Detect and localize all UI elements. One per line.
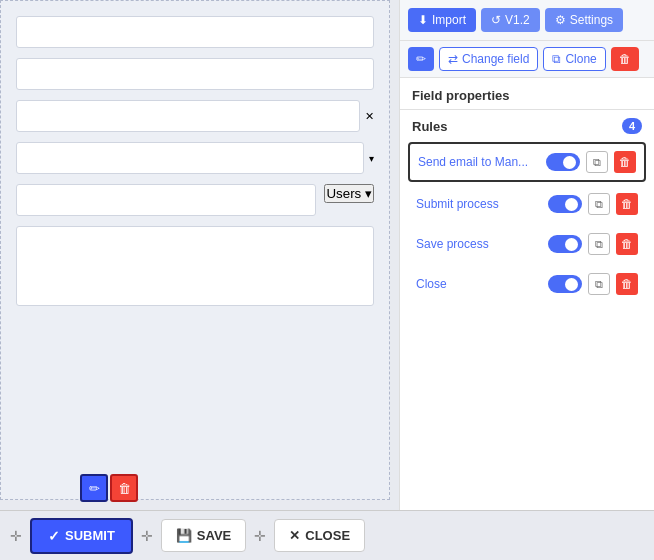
delete-button-top[interactable]: 🗑 <box>611 47 639 71</box>
swap-icon: ⇄ <box>448 52 458 66</box>
submit-button[interactable]: ✓ SUBMIT <box>30 518 133 554</box>
form-field-2 <box>16 58 374 90</box>
copy-icon-1: ⧉ <box>593 156 601 169</box>
form-row-inline-5: Users ▾ <box>16 184 374 216</box>
form-field-textarea <box>16 226 374 306</box>
pencil-icon2: ✏ <box>416 52 426 66</box>
rule-copy-btn-1[interactable]: ⧉ <box>586 151 608 173</box>
trash-icon2: 🗑 <box>619 52 631 66</box>
import-button[interactable]: ⬇ Import <box>408 8 476 32</box>
drag-handle-close[interactable]: ✛ <box>254 528 266 544</box>
trash-icon-rule4: 🗑 <box>621 277 633 291</box>
form-field-row-3: ✕ <box>16 100 374 132</box>
form-input-5[interactable] <box>16 184 316 216</box>
version-label: V1.2 <box>505 13 530 27</box>
rules-list: Send email to Man... ⧉ 🗑 Submit process … <box>400 142 654 302</box>
edit-field-button[interactable]: ✏ <box>80 474 108 502</box>
close-button[interactable]: ✕ CLOSE <box>274 519 365 552</box>
clone-label: Clone <box>565 52 596 66</box>
save-button[interactable]: 💾 SAVE <box>161 519 246 552</box>
rule-row-2: Submit process ⧉ 🗑 <box>408 186 646 222</box>
undo-icon: ↺ <box>491 13 501 27</box>
save-label: SAVE <box>197 528 231 543</box>
field-properties-header: Field properties <box>400 78 654 110</box>
rule-copy-btn-3[interactable]: ⧉ <box>588 233 610 255</box>
rules-title: Rules <box>412 119 447 134</box>
form-field-row-4: ▾ <box>16 142 374 174</box>
trash-icon-rule3: 🗑 <box>621 237 633 251</box>
rule-row-1: Send email to Man... ⧉ 🗑 <box>408 142 646 182</box>
download-icon: ⬇ <box>418 13 428 27</box>
edit-button[interactable]: ✏ <box>408 47 434 71</box>
copy-icon-3: ⧉ <box>595 238 603 251</box>
close-icon-field3[interactable]: ✕ <box>365 110 374 123</box>
drag-handle-submit[interactable]: ✛ <box>10 528 22 544</box>
form-input-4[interactable] <box>16 142 364 174</box>
submit-label: SUBMIT <box>65 528 115 543</box>
delete-field-button[interactable]: 🗑 <box>110 474 138 502</box>
rule-label-4[interactable]: Close <box>416 277 542 291</box>
users-dropdown[interactable]: Users ▾ <box>324 184 374 203</box>
rule-toggle-1[interactable] <box>546 153 580 171</box>
toolbar-row1: ⬇ Import ↺ V1.2 ⚙ Settings <box>400 0 654 41</box>
clone-button[interactable]: ⧉ Clone <box>543 47 605 71</box>
copy-icon-2: ⧉ <box>595 198 603 211</box>
right-panel: ⬇ Import ↺ V1.2 ⚙ Settings ✏ ⇄ Change fi… <box>399 0 654 560</box>
pencil-icon: ✏ <box>89 481 100 496</box>
x-icon-close: ✕ <box>289 528 300 543</box>
change-field-button[interactable]: ⇄ Change field <box>439 47 538 71</box>
rule-row-3: Save process ⧉ 🗑 <box>408 226 646 262</box>
copy-icon-4: ⧉ <box>595 278 603 291</box>
form-input-1[interactable] <box>16 16 374 48</box>
toolbar-row2: ✏ ⇄ Change field ⧉ Clone 🗑 <box>400 41 654 78</box>
form-area: ✕ ▾ Users ▾ <box>0 0 390 500</box>
trash-icon: 🗑 <box>118 481 131 496</box>
field-properties-label: Field properties <box>412 88 510 103</box>
rule-copy-btn-4[interactable]: ⧉ <box>588 273 610 295</box>
rule-delete-btn-1[interactable]: 🗑 <box>614 151 636 173</box>
rule-label-2[interactable]: Submit process <box>416 197 542 211</box>
trash-icon-rule1: 🗑 <box>619 155 631 169</box>
rule-row-4: Close ⧉ 🗑 <box>408 266 646 302</box>
form-input-2[interactable] <box>16 58 374 90</box>
check-icon: ✓ <box>48 528 60 544</box>
drag-handle-save[interactable]: ✛ <box>141 528 153 544</box>
form-textarea[interactable] <box>16 226 374 306</box>
rule-toggle-4[interactable] <box>548 275 582 293</box>
rule-label-1[interactable]: Send email to Man... <box>418 155 540 169</box>
rule-label-3[interactable]: Save process <box>416 237 542 251</box>
rule-toggle-3[interactable] <box>548 235 582 253</box>
rule-delete-btn-2[interactable]: 🗑 <box>616 193 638 215</box>
gear-icon: ⚙ <box>555 13 566 27</box>
close-label: CLOSE <box>305 528 350 543</box>
bottom-bar: ✛ ✓ SUBMIT ✛ 💾 SAVE ✛ ✕ CLOSE <box>0 510 654 560</box>
rules-badge: 4 <box>622 118 642 134</box>
rule-toggle-2[interactable] <box>548 195 582 213</box>
settings-label: Settings <box>570 13 613 27</box>
rule-delete-btn-4[interactable]: 🗑 <box>616 273 638 295</box>
changefield-label: Change field <box>462 52 529 66</box>
import-label: Import <box>432 13 466 27</box>
form-field-1 <box>16 16 374 48</box>
form-input-3[interactable] <box>16 100 360 132</box>
dropdown-arrow-icon[interactable]: ▾ <box>369 153 374 164</box>
version-button[interactable]: ↺ V1.2 <box>481 8 540 32</box>
copy-icon: ⧉ <box>552 52 561 66</box>
rule-copy-btn-2[interactable]: ⧉ <box>588 193 610 215</box>
settings-button[interactable]: ⚙ Settings <box>545 8 623 32</box>
rule-delete-btn-3[interactable]: 🗑 <box>616 233 638 255</box>
trash-icon-rule2: 🗑 <box>621 197 633 211</box>
save-icon: 💾 <box>176 528 192 543</box>
rules-header: Rules 4 <box>400 110 654 142</box>
